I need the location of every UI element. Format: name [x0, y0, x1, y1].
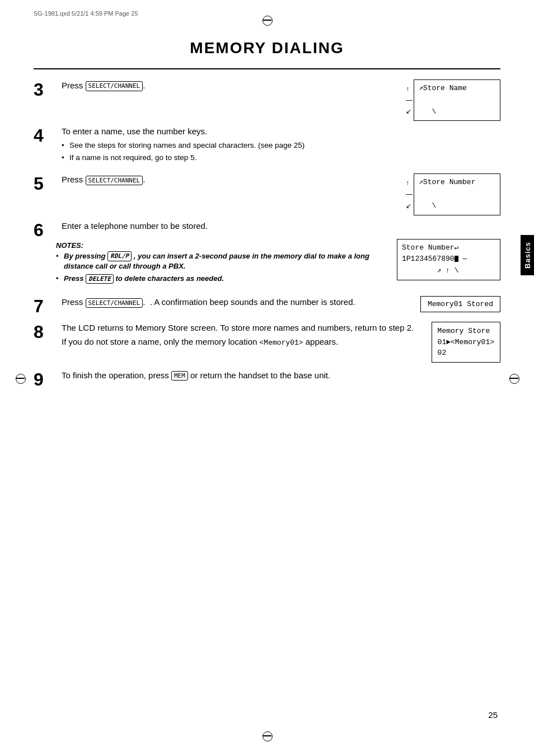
title-rule	[34, 68, 500, 69]
step-7-button: SELECT/CHANNEL	[86, 298, 143, 308]
step-7-content: Press SELECT/CHANNEL. . A confirmation b…	[62, 296, 415, 308]
reg-mark-right	[509, 374, 518, 383]
notes-list: By pressing RDL/P , you can insert a 2-s…	[56, 251, 391, 284]
step-4-bullets: See the steps for storing names and spec…	[62, 140, 500, 163]
step-3-lcd-area: ↑ — ↙ ↗Store Name \	[406, 79, 500, 121]
step-7-lcd: Memory01 Stored	[420, 296, 500, 312]
lcd6-line3: ↗ ↑ \	[402, 265, 495, 277]
lcd5-line1: ↗Store Number	[419, 177, 495, 189]
reg-mark-left	[16, 374, 25, 383]
step-6-notes: NOTES: By pressing RDL/P , you can inser…	[56, 241, 391, 284]
lcd6-line2: 1P1234567890 —	[402, 253, 495, 265]
step-6-number: 6	[34, 221, 56, 239]
lcd-cursor	[455, 256, 458, 262]
lcd5-line3: \	[419, 200, 495, 212]
lcd3-line2	[419, 95, 495, 106]
step-6-lcd-area: Store Number↵ 1P1234567890 — ↗ ↑ \	[397, 239, 500, 280]
note-1-text: By pressing RDL/P , you can insert a 2-s…	[64, 252, 369, 270]
reg-mark-bottom	[263, 731, 271, 740]
step-5-number: 5	[34, 175, 56, 192]
step-3-button: SELECT/CHANNEL	[86, 81, 143, 91]
step-8-monospace: <Memory01>	[260, 339, 303, 347]
step-4-bullet-1: See the steps for storing names and spec…	[62, 140, 500, 151]
lcd5-arrow-dl: ↙	[406, 200, 413, 212]
step-5-button: SELECT/CHANNEL	[86, 176, 143, 185]
step-4-row: 4 To enter a name, use the number keys. …	[34, 125, 500, 169]
step-4-bullet-2: If a name is not required, go to step 5.	[62, 153, 500, 163]
step-5-row: 5 Press SELECT/CHANNEL. ↑ — ↙ ↗Store Num…	[34, 173, 500, 215]
lcd8-line2: 01►<Memory01>	[438, 337, 494, 348]
step-8-text1: The LCD returns to Memory Store screen. …	[62, 322, 426, 334]
step-9-button: MEM	[171, 371, 188, 381]
step-5-text: Press SELECT/CHANNEL.	[62, 173, 395, 185]
step-3-period: .	[143, 81, 145, 90]
step-6-row: 6 Enter a telephone number to be stored.…	[34, 220, 500, 290]
lcd5-arrow-up: ↑	[406, 177, 413, 189]
page-number: 25	[488, 710, 498, 720]
step-5-lcd-area: ↑ — ↙ ↗Store Number \	[406, 173, 500, 215]
reg-mark-top	[263, 16, 271, 25]
step-7-press: Press	[62, 297, 83, 307]
step-8-lcd: Memory Store 01►<Memory01> 02	[432, 322, 500, 363]
step-9-row: 9 To finish the operation, press MEM or …	[34, 369, 500, 388]
notes-title: NOTES:	[56, 241, 391, 250]
step-8-text2: If you do not store a name, only the mem…	[62, 336, 426, 348]
delete-button: DELETE	[86, 274, 114, 284]
lcd6-line1: Store Number↵	[402, 242, 495, 254]
note-2: Press DELETE to delete characters as nee…	[56, 274, 391, 284]
step-8-content: The LCD returns to Memory Store screen. …	[62, 322, 426, 348]
step-5-content: 5 Press SELECT/CHANNEL.	[34, 173, 395, 192]
step-3-number: 3	[34, 81, 56, 98]
lcd3-line3: \	[419, 106, 495, 118]
lcd3-dash-left: —	[406, 95, 413, 106]
step-4-number: 4	[34, 126, 56, 144]
step-8-number: 8	[34, 323, 56, 341]
file-info: SG-1981.qxd 5/21/1 4:59 PM Page 25	[34, 10, 138, 17]
lcd5-dash-left: —	[406, 189, 413, 200]
basics-tab: Basics	[521, 235, 534, 275]
step-6-lcd: Store Number↵ 1P1234567890 — ↗ ↑ \	[397, 239, 500, 280]
step-9-text-after: or return the handset to the base unit.	[190, 370, 330, 380]
step-9-content: To finish the operation, press MEM or re…	[62, 369, 500, 381]
step-9-number: 9	[34, 370, 56, 388]
step-3-content: 3 Press SELECT/CHANNEL.	[34, 79, 395, 98]
step-3-text: Press SELECT/CHANNEL.	[62, 79, 395, 91]
note-1: By pressing RDL/P , you can insert a 2-s…	[56, 251, 391, 271]
step-9-text-before: To finish the operation, press	[62, 370, 169, 380]
step-7-after: . A confirmation beep sounds and the num…	[150, 297, 355, 307]
lcd8-line1: Memory Store	[438, 326, 494, 337]
step-7-row: 7 Press SELECT/CHANNEL. . A confirmation…	[34, 296, 500, 315]
step-3-press: Press	[62, 81, 83, 90]
step-4-text: To enter a name, use the number keys.	[62, 125, 500, 137]
lcd3-arrow-up: ↑	[406, 83, 413, 95]
rdlp-button: RDL/P	[107, 251, 132, 261]
step-3-row: 3 Press SELECT/CHANNEL. ↑ — ↙ ↗Store Nam…	[34, 79, 500, 121]
step-8-text3: appears.	[306, 337, 338, 346]
step-5-press: Press	[62, 175, 83, 184]
step-6-text: Enter a telephone number to be stored.	[62, 220, 500, 232]
lcd8-line3: 02	[438, 348, 494, 359]
step-7-number: 7	[34, 297, 56, 315]
step-5-period: .	[143, 175, 145, 184]
step-8-row: 8 The LCD returns to Memory Store screen…	[34, 322, 500, 363]
step-3-lcd: ↗Store Name \	[414, 79, 500, 121]
note-2-text: Press DELETE to delete characters as nee…	[64, 274, 224, 283]
lcd3-arrow-dl: ↙	[406, 106, 413, 117]
page-title: MEMORY DIALING	[34, 39, 500, 57]
step-6-content: Enter a telephone number to be stored.	[62, 220, 500, 232]
step-5-lcd: ↗Store Number \	[414, 173, 500, 215]
step-4-content: To enter a name, use the number keys. Se…	[62, 125, 500, 169]
lcd5-line2	[419, 189, 495, 200]
lcd3-line1: ↗Store Name	[419, 83, 495, 95]
step-6-notes-area: NOTES: By pressing RDL/P , you can inser…	[34, 239, 391, 290]
